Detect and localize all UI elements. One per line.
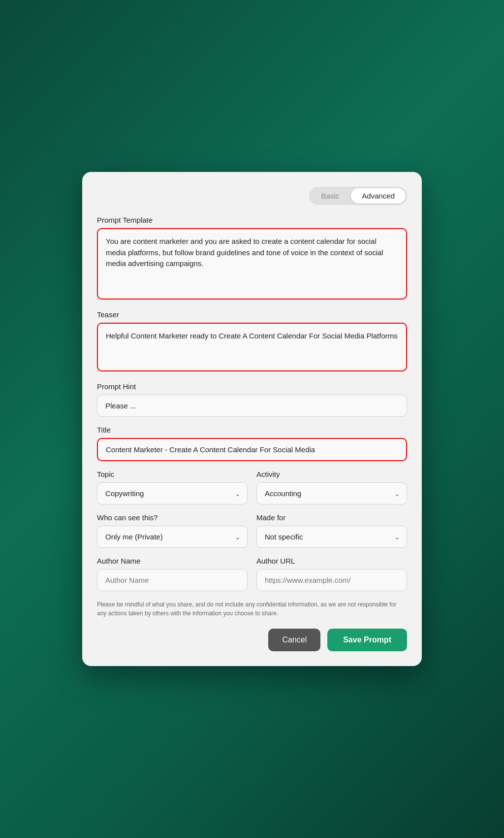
prompt-hint-label: Prompt Hint xyxy=(97,382,407,391)
author-row: Author Name Author URL xyxy=(97,557,407,591)
title-input[interactable] xyxy=(97,438,407,461)
activity-label: Activity xyxy=(256,470,407,478)
made-for-section: Made for Not specific Beginners Professi… xyxy=(256,513,407,548)
prompt-template-input[interactable] xyxy=(97,228,407,300)
disclaimer-text: Please be mindful of what you share, and… xyxy=(97,600,407,618)
footer-buttons: Cancel Save Prompt xyxy=(97,629,407,651)
topic-select-wrapper: Copywriting Marketing SEO Social Media ⌄ xyxy=(97,482,248,504)
visibility-section: Who can see this? Only me (Private) Ever… xyxy=(97,513,248,548)
title-label: Title xyxy=(97,426,407,434)
made-for-select[interactable]: Not specific Beginners Professionals Ent… xyxy=(256,526,407,548)
author-url-section: Author URL xyxy=(256,557,407,591)
tab-group: Basic Advanced xyxy=(309,187,407,205)
author-name-input[interactable] xyxy=(97,569,248,591)
topic-section: Topic Copywriting Marketing SEO Social M… xyxy=(97,470,248,504)
made-for-select-wrapper: Not specific Beginners Professionals Ent… xyxy=(256,526,407,548)
author-url-input[interactable] xyxy=(256,569,407,591)
prompt-hint-input[interactable] xyxy=(97,395,407,417)
teaser-section: Teaser xyxy=(97,310,407,374)
topic-activity-row: Topic Copywriting Marketing SEO Social M… xyxy=(97,470,407,504)
activity-section: Activity Accounting Content Creation Ana… xyxy=(256,470,407,504)
cancel-button[interactable]: Cancel xyxy=(268,629,320,651)
prompt-hint-section: Prompt Hint xyxy=(97,382,407,417)
prompt-template-label: Prompt Template xyxy=(97,216,407,224)
title-section: Title xyxy=(97,426,407,461)
save-prompt-button[interactable]: Save Prompt xyxy=(327,629,407,651)
modal-overlay: Basic Advanced Prompt Template Teaser Pr… xyxy=(0,0,504,838)
made-for-label: Made for xyxy=(256,513,407,522)
topic-label: Topic xyxy=(97,470,248,478)
teaser-label: Teaser xyxy=(97,310,407,319)
author-url-label: Author URL xyxy=(256,557,407,565)
tab-switcher: Basic Advanced xyxy=(97,187,407,205)
activity-select-wrapper: Accounting Content Creation Analytics St… xyxy=(256,482,407,504)
prompt-template-section: Prompt Template xyxy=(97,216,407,302)
author-name-label: Author Name xyxy=(97,557,248,565)
tab-basic[interactable]: Basic xyxy=(311,188,350,203)
teaser-input[interactable] xyxy=(97,323,407,372)
visibility-madefor-row: Who can see this? Only me (Private) Ever… xyxy=(97,513,407,548)
visibility-select[interactable]: Only me (Private) Everyone (Public) Team xyxy=(97,526,248,548)
visibility-select-wrapper: Only me (Private) Everyone (Public) Team… xyxy=(97,526,248,548)
activity-select[interactable]: Accounting Content Creation Analytics St… xyxy=(256,482,407,504)
modal-dialog: Basic Advanced Prompt Template Teaser Pr… xyxy=(82,172,422,666)
tab-advanced[interactable]: Advanced xyxy=(351,188,406,203)
author-name-section: Author Name xyxy=(97,557,248,591)
topic-select[interactable]: Copywriting Marketing SEO Social Media xyxy=(97,482,248,504)
visibility-label: Who can see this? xyxy=(97,513,248,522)
